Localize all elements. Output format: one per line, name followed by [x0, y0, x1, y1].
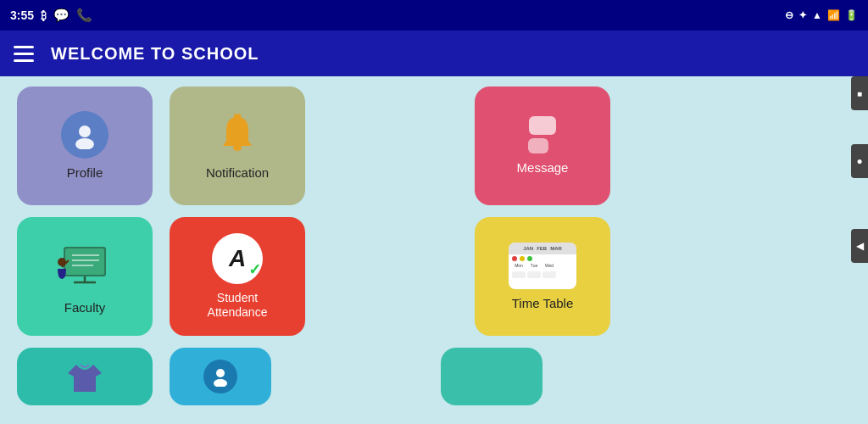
timetable-card[interactable]: JAN FEB MAR Mon Tue Wed: [475, 217, 610, 336]
uniform-icon: [64, 358, 106, 396]
chat-icon: 💬: [53, 8, 70, 23]
bitcoin-icon: ₿: [41, 9, 47, 22]
person-icon: [210, 366, 231, 387]
message-icon: [528, 116, 557, 153]
top-bar: WELCOME TO SCHOOL: [0, 31, 868, 76]
svg-point-1: [75, 138, 94, 149]
svg-point-13: [214, 379, 227, 387]
battery-icon: 🔋: [845, 9, 858, 21]
attendance-check: ✓: [248, 260, 261, 279]
status-time: 3:55: [10, 8, 34, 22]
bottom-card-1[interactable]: [17, 348, 153, 405]
grid-row-2: Faculty A ✓ Student Attendance JAN FEB M…: [17, 217, 851, 336]
bottom-card-3[interactable]: [441, 348, 542, 405]
svg-point-0: [79, 126, 91, 137]
timetable-label: Time Table: [512, 296, 574, 311]
square-button[interactable]: ■: [851, 76, 868, 110]
attendance-icon: A ✓: [212, 233, 263, 284]
message-label: Message: [517, 160, 569, 176]
bluetooth-icon: ✦: [798, 9, 807, 21]
msg-bubble-small: [528, 138, 548, 153]
svg-point-12: [216, 369, 225, 377]
grid-row-3: [17, 348, 851, 405]
bottom-card-2[interactable]: [170, 348, 271, 405]
circle-button[interactable]: ●: [851, 144, 868, 178]
profile-icon-circle: [61, 111, 108, 159]
side-buttons: ■ ● ◀: [851, 76, 868, 263]
timetable-icon: JAN FEB MAR Mon Tue Wed: [509, 243, 576, 289]
profile-icon: [70, 120, 99, 149]
faculty-icon: [55, 238, 114, 293]
notification-card[interactable]: Notification: [170, 86, 305, 205]
attendance-label: Student Attendance: [208, 291, 268, 320]
app-title: WELCOME TO SCHOOL: [51, 44, 259, 64]
do-not-disturb-icon: ⊖: [785, 9, 793, 21]
attendance-letter: A: [229, 245, 246, 272]
circle-icon: ●: [856, 155, 862, 167]
msg-bubble-large: [529, 116, 556, 135]
svg-point-2: [233, 144, 242, 151]
back-arrow-icon: ◀: [856, 240, 864, 252]
profile-label: Profile: [67, 165, 103, 181]
main-content: Profile Notification Message: [0, 76, 868, 424]
profile-card[interactable]: Profile: [17, 86, 153, 205]
wifi-icon: ▲: [812, 9, 822, 21]
hamburger-menu[interactable]: [14, 46, 34, 62]
square-icon: ■: [857, 89, 862, 98]
bottom-person-icon: [203, 360, 237, 393]
notification-label: Notification: [206, 165, 269, 181]
signal-icon: 📶: [827, 9, 840, 21]
back-button[interactable]: ◀: [851, 229, 868, 263]
phone-icon: 📞: [76, 8, 92, 23]
faculty-label: Faculty: [64, 300, 105, 315]
faculty-card[interactable]: Faculty: [17, 217, 153, 336]
bell-icon: [216, 112, 259, 159]
svg-rect-4: [65, 248, 104, 275]
grid-row-1: Profile Notification Message: [17, 86, 851, 205]
message-card[interactable]: Message: [475, 86, 610, 205]
attendance-card[interactable]: A ✓ Student Attendance: [170, 217, 305, 336]
status-bar: 3:55 ₿ 💬 📞 ⊖ ✦ ▲ 📶 🔋: [0, 0, 868, 31]
